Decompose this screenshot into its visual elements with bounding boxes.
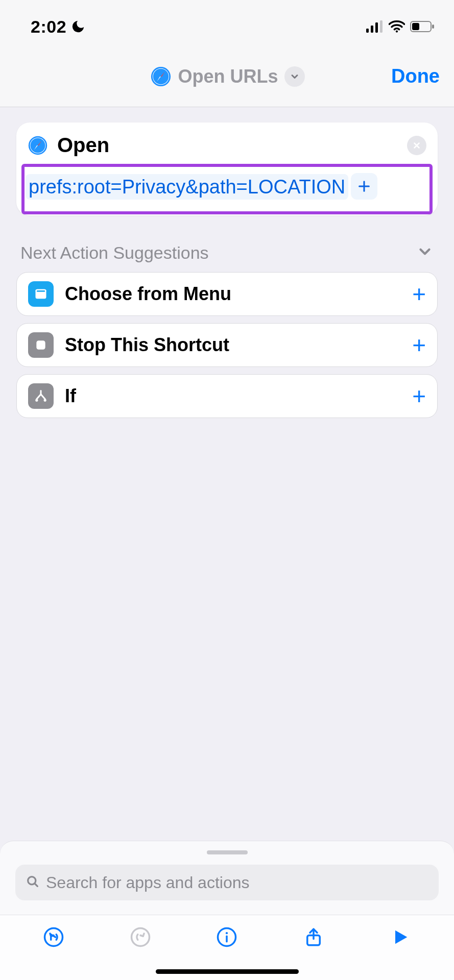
suggestion-stop-this-shortcut[interactable]: Stop This Shortcut + — [16, 323, 438, 367]
add-url-button[interactable] — [351, 173, 377, 200]
add-suggestion-button[interactable]: + — [412, 333, 426, 357]
run-button[interactable] — [389, 925, 412, 949]
svg-rect-25 — [37, 290, 45, 292]
svg-rect-26 — [36, 340, 45, 349]
add-suggestion-button[interactable]: + — [412, 384, 426, 408]
action-title: Open — [57, 134, 109, 157]
svg-point-28 — [44, 399, 46, 401]
suggestion-label: Stop This Shortcut — [65, 334, 229, 356]
drag-handle[interactable] — [207, 850, 248, 854]
safari-app-icon — [149, 65, 172, 88]
svg-point-4 — [396, 30, 398, 32]
menu-card-icon — [28, 281, 54, 307]
status-bar: 2:02 — [0, 0, 454, 46]
battery-icon — [410, 20, 435, 33]
svg-line-30 — [35, 884, 38, 887]
svg-rect-3 — [380, 20, 383, 33]
redo-button — [129, 925, 152, 949]
suggestion-if[interactable]: If + — [16, 374, 438, 418]
svg-rect-1 — [371, 26, 373, 33]
branch-icon — [28, 383, 54, 409]
action-search-input[interactable] — [46, 873, 428, 892]
svg-marker-37 — [395, 930, 407, 944]
open-urls-action-card[interactable]: Open prefs:root=Privacy&path=LOCATION — [16, 122, 438, 215]
add-suggestion-button[interactable]: + — [412, 282, 426, 306]
url-parameter-token[interactable]: prefs:root=Privacy&path=LOCATION — [26, 174, 348, 200]
safari-app-icon — [28, 135, 48, 156]
collapse-suggestions-icon[interactable] — [416, 243, 434, 262]
suggestion-label: Choose from Menu — [65, 283, 231, 305]
suggestion-choose-from-menu[interactable]: Choose from Menu + — [16, 272, 438, 316]
svg-point-31 — [44, 928, 62, 946]
suggestions-heading: Next Action Suggestions — [20, 243, 209, 263]
home-indicator[interactable] — [156, 969, 299, 974]
remove-action-button[interactable] — [407, 136, 426, 155]
search-icon — [26, 874, 40, 891]
status-time: 2:02 — [31, 17, 66, 37]
cellular-signal-icon — [366, 20, 384, 33]
wifi-icon — [389, 20, 405, 33]
info-button[interactable] — [215, 925, 238, 949]
shortcut-title[interactable]: Open URLs — [178, 66, 278, 87]
share-button[interactable] — [302, 925, 325, 949]
svg-point-32 — [131, 928, 149, 946]
svg-rect-0 — [366, 29, 369, 33]
svg-point-35 — [226, 932, 228, 934]
title-options-button[interactable] — [284, 66, 305, 87]
done-button[interactable]: Done — [391, 65, 440, 87]
svg-point-27 — [35, 399, 38, 401]
action-search-panel[interactable] — [0, 841, 454, 915]
editor-header: Open URLs Done — [0, 46, 454, 107]
suggestion-label: If — [65, 385, 76, 407]
action-search-field[interactable] — [15, 865, 439, 900]
svg-rect-7 — [432, 24, 434, 29]
svg-rect-2 — [375, 22, 378, 33]
svg-rect-6 — [412, 23, 419, 30]
suggestion-list: Choose from Menu + Stop This Shortcut + … — [16, 272, 438, 418]
stop-icon — [28, 332, 54, 358]
undo-button[interactable] — [42, 925, 65, 949]
do-not-disturb-moon-icon — [70, 19, 86, 34]
url-parameter-highlight: prefs:root=Privacy&path=LOCATION — [21, 164, 433, 214]
